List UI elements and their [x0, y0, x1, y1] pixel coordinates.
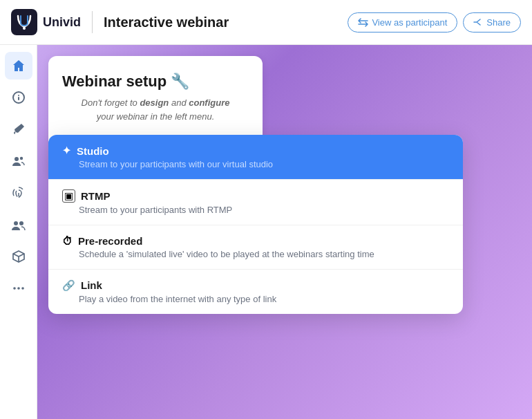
prerecorded-icon: ⏱: [62, 235, 73, 247]
dropdown-menu: ✦ Studio Stream to your participants wit…: [48, 135, 463, 314]
svg-point-4: [18, 95, 19, 96]
svg-point-10: [17, 287, 20, 290]
sidebar-item-design[interactable]: [5, 115, 32, 143]
dropdown-item-studio-header: ✦ Studio: [62, 145, 449, 157]
rtmp-icon: ▣: [62, 189, 75, 203]
svg-point-9: [13, 287, 16, 290]
dropdown-item-prerecorded-header: ⏱ Pre-recorded: [62, 235, 449, 247]
share-icon: [473, 17, 483, 27]
link-name: Link: [81, 279, 102, 291]
svg-rect-3: [18, 97, 19, 100]
sidebar-item-info[interactable]: [5, 84, 32, 111]
sidebar-item-people[interactable]: [5, 147, 32, 175]
sidebar-item-more[interactable]: [5, 274, 32, 302]
studio-desc: Stream to your participants with our vir…: [62, 159, 449, 169]
box-icon: [12, 250, 26, 263]
dropdown-item-rtmp-header: ▣ RTMP: [62, 189, 449, 203]
rtmp-name: RTMP: [81, 190, 111, 202]
users-icon: [12, 218, 26, 232]
link-desc: Play a video from the internet with any …: [62, 294, 449, 304]
header-actions: View as participant Share: [348, 12, 521, 32]
svg-point-1: [23, 27, 26, 30]
setup-title: Webinar setup 🔧: [62, 73, 249, 91]
studio-icon: ✦: [62, 145, 71, 157]
dropdown-item-studio[interactable]: ✦ Studio Stream to your participants wit…: [48, 135, 463, 180]
sidebar-item-home[interactable]: [5, 52, 32, 80]
header-divider: [92, 11, 93, 33]
sidebar-item-fingerprint[interactable]: [5, 179, 32, 207]
svg-point-8: [19, 221, 23, 225]
rtmp-desc: Stream to your participants with RTMP: [62, 205, 449, 215]
home-icon: [12, 59, 26, 73]
dropdown-item-prerecorded[interactable]: ⏱ Pre-recorded Schedule a 'simulated liv…: [48, 225, 463, 270]
fingerprint-icon: [12, 186, 26, 200]
svg-point-11: [21, 287, 24, 290]
dropdown-item-link[interactable]: 🔗 Link Play a video from the internet wi…: [48, 270, 463, 314]
dropdown-item-rtmp[interactable]: ▣ RTMP Stream to your participants with …: [48, 180, 463, 225]
people-group-icon: [12, 154, 26, 168]
swap-icon: [358, 18, 368, 27]
brush-icon: [12, 122, 26, 136]
more-icon: [12, 281, 26, 295]
link-icon: 🔗: [62, 279, 75, 292]
sidebar-item-users[interactable]: [5, 211, 32, 239]
share-button[interactable]: Share: [463, 12, 521, 32]
univid-logo: [11, 9, 37, 35]
studio-name: Studio: [77, 145, 109, 157]
content-area: Webinar setup 🔧 Don't forget to design a…: [37, 45, 532, 419]
svg-point-5: [15, 157, 19, 161]
main-layout: Webinar setup 🔧 Don't forget to design a…: [0, 45, 532, 419]
svg-point-6: [19, 157, 22, 160]
logo-text: Univid: [43, 15, 81, 30]
view-as-participant-button[interactable]: View as participant: [348, 12, 457, 32]
page-title: Interactive webinar: [104, 15, 229, 30]
prerecorded-name: Pre-recorded: [78, 235, 142, 247]
svg-point-7: [14, 221, 18, 225]
header: Univid Interactive webinar View as parti…: [0, 0, 532, 45]
setup-subtitle: Don't forget to design and configureyour…: [62, 96, 249, 123]
view-as-participant-label: View as participant: [372, 17, 447, 28]
sidebar-item-box[interactable]: [5, 243, 32, 270]
prerecorded-desc: Schedule a 'simulated live' video to be …: [62, 249, 449, 259]
info-icon: [12, 91, 26, 104]
svg-rect-0: [11, 9, 37, 35]
share-label: Share: [486, 17, 511, 28]
logo-area: Univid: [11, 9, 81, 35]
dropdown-item-link-header: 🔗 Link: [62, 279, 449, 292]
sidebar: [0, 45, 37, 419]
